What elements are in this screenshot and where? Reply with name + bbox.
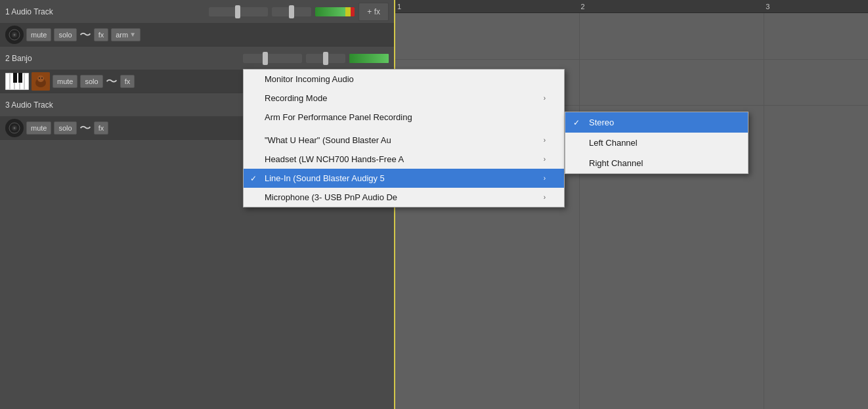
menu-item-microphone[interactable]: Microphone (3- USB PnP Audio De › (244, 188, 564, 207)
track-1-fx-button[interactable]: fx (94, 28, 109, 41)
submenu-item-left-channel[interactable]: Left Channel (565, 133, 748, 153)
track-1-solo-button[interactable]: solo (54, 28, 76, 41)
track-1-controls: mute solo 〜 fx arm ▼ (0, 23, 394, 46)
svg-point-7 (41, 77, 43, 79)
ruler-mark-3: 3 (764, 0, 770, 12)
track-3-solo-button[interactable]: solo (54, 121, 76, 135)
track-3-envelope-icon[interactable]: 〜 (79, 120, 91, 136)
submenu: Stereo Left Channel Right Channel (565, 112, 749, 174)
svg-point-10 (14, 127, 16, 129)
track-2-animal-image (32, 72, 50, 91)
track-1-pan-slider[interactable] (272, 7, 311, 16)
track-1-level-meter (315, 7, 355, 16)
arm-dropdown-arrow: ▼ (129, 31, 136, 38)
track-3-fx-button[interactable]: fx (94, 121, 109, 135)
track-1: 1 Audio Track + fx (0, 0, 394, 47)
menu-item-monitor[interactable]: Monitor Incoming Audio (244, 70, 564, 89)
track-1-header: 1 Audio Track + fx (0, 0, 394, 23)
track-2-header: 2 Banjo (0, 47, 394, 70)
menu-item-headset[interactable]: Headset (LW NCH700 Hands-Free A › (244, 150, 564, 169)
track-2-name: 2 Banjo (5, 54, 239, 63)
track-3-icon (5, 119, 24, 137)
track-2-mute-button[interactable]: mute (53, 75, 77, 88)
recording-mode-arrow: › (544, 95, 546, 102)
what-u-hear-arrow: › (544, 137, 546, 144)
line-in-arrow: › (544, 175, 546, 182)
svg-point-6 (39, 77, 40, 79)
track-2-solo-button[interactable]: solo (80, 75, 102, 88)
track-2-pan-slider[interactable] (306, 54, 345, 63)
menu-item-line-in[interactable]: Line-In (Sound Blaster Audigy 5 › (244, 169, 564, 188)
track-1-fx-plus-button[interactable]: + fx (358, 3, 389, 21)
ruler-mark-2: 2 (579, 0, 585, 12)
timeline-ruler: 1 2 3 (394, 0, 868, 13)
microphone-arrow: › (544, 194, 546, 201)
menu-item-what-u-hear[interactable]: "What U Hear" (Sound Blaster Au › (244, 131, 564, 150)
track-3-mute-button[interactable]: mute (26, 121, 51, 135)
submenu-item-stereo[interactable]: Stereo (565, 112, 748, 133)
ruler-mark-1: 1 (395, 0, 401, 12)
track-2-instrument-icon (5, 73, 29, 90)
track-1-envelope-icon[interactable]: 〜 (79, 27, 91, 43)
track-1-mute-button[interactable]: mute (26, 28, 51, 41)
track-3-name: 3 Audio Track (5, 100, 282, 110)
track-1-name: 1 Audio Track (5, 7, 205, 16)
daw-container: 1 Audio Track + fx (0, 0, 868, 409)
menu-item-arm-performance[interactable]: Arm For Performance Panel Recording (244, 108, 564, 127)
track-1-arm-button[interactable]: arm ▼ (111, 28, 141, 41)
track-2-envelope-icon[interactable]: 〜 (106, 74, 118, 89)
submenu-item-right-channel[interactable]: Right Channel (565, 153, 748, 173)
svg-point-5 (37, 75, 44, 82)
menu-item-recording-mode[interactable]: Recording Mode › (244, 89, 564, 108)
headset-arrow: › (544, 156, 546, 163)
track-2-volume-slider[interactable] (243, 54, 302, 63)
svg-point-2 (14, 33, 16, 35)
track-1-icon (5, 26, 24, 44)
track-1-volume-slider[interactable] (209, 7, 268, 16)
context-menu: Monitor Incoming Audio Recording Mode › … (243, 69, 565, 207)
track-2-level-meter (349, 54, 389, 63)
track-2-fx-button[interactable]: fx (120, 75, 135, 88)
